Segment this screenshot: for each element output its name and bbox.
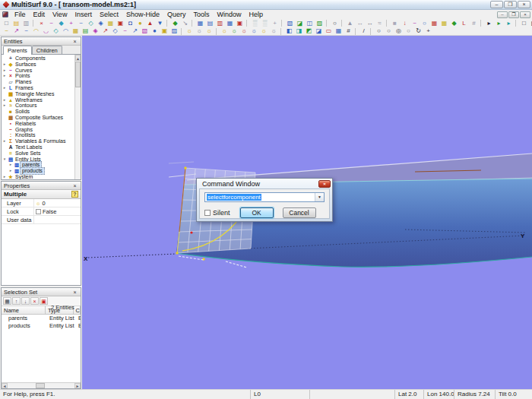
delete-icon[interactable]: × bbox=[36, 20, 46, 27]
select-curve-cursor-icon[interactable]: ▸ bbox=[504, 20, 514, 27]
clear-all-icon[interactable]: ▣ bbox=[40, 297, 48, 305]
tree-item[interactable]: ▸ ★ System bbox=[2, 174, 81, 179]
toolbar-icon[interactable]: ▒ bbox=[260, 20, 270, 27]
scroll-thumb[interactable] bbox=[36, 383, 45, 388]
tree-item[interactable]: ▸ ▲ Wireframes bbox=[2, 97, 81, 103]
select-cursor-icon[interactable]: ▸ bbox=[484, 20, 494, 27]
view-front-icon[interactable]: ▦ bbox=[195, 20, 205, 27]
toolbar-icon[interactable]: ◪ bbox=[295, 20, 305, 27]
hide-icon[interactable]: ☼ bbox=[195, 27, 204, 35]
tree-item[interactable]: A Text Labels bbox=[2, 144, 81, 150]
corner-point-top[interactable] bbox=[184, 166, 186, 169]
lock-checkbox[interactable] bbox=[36, 209, 41, 214]
zoom-select-icon[interactable]: ○ bbox=[330, 20, 340, 27]
help-icon[interactable]: ? bbox=[71, 191, 78, 198]
toolbar-icon[interactable]: ◧ bbox=[284, 27, 294, 35]
toolbar-icon[interactable]: ◩ bbox=[304, 27, 314, 35]
tree-item[interactable]: ■ Solids bbox=[2, 109, 81, 115]
toolbar-icon[interactable]: ▦ bbox=[439, 20, 449, 27]
tree-item[interactable]: ~ Graphs bbox=[2, 127, 81, 133]
scroll-up-icon[interactable]: ▲ bbox=[75, 55, 81, 61]
toolbar-icon[interactable]: # bbox=[469, 20, 479, 27]
scroll-right-icon[interactable]: ► bbox=[74, 383, 81, 388]
toolbar-icon[interactable]: ▧ bbox=[285, 20, 295, 27]
rotate-view-icon[interactable]: ↻ bbox=[413, 27, 423, 35]
toolbar-icon[interactable]: ~ bbox=[410, 20, 420, 27]
toolbar-icon[interactable]: ◫ bbox=[305, 20, 315, 27]
toolbar-icon[interactable]: ▤ bbox=[81, 27, 90, 35]
table-row[interactable]: parents Entity List E bbox=[2, 315, 81, 322]
list-mode-icon[interactable]: ▦ bbox=[3, 297, 11, 305]
tree-item[interactable]: ▱ Planes bbox=[2, 79, 81, 85]
corner-point-bottom[interactable] bbox=[176, 252, 178, 254]
menu-item[interactable]: Insert bbox=[71, 10, 96, 19]
expander-icon[interactable]: ▸ bbox=[2, 85, 8, 91]
move-up-icon[interactable]: ↑ bbox=[12, 297, 21, 305]
toolbar-icon[interactable]: ▲ bbox=[145, 20, 155, 27]
toolbar-icon[interactable]: ▒ bbox=[250, 20, 260, 27]
expander-icon[interactable]: ▸ bbox=[2, 174, 8, 179]
toolbar-icon[interactable]: ↗ bbox=[130, 27, 140, 35]
expander-icon[interactable]: ▸ bbox=[2, 62, 8, 68]
lock-value[interactable]: False bbox=[43, 208, 56, 215]
mdi-restore-button[interactable]: ❐ bbox=[508, 11, 519, 18]
selection-hscrollbar[interactable]: ◄ ► bbox=[2, 382, 81, 388]
scroll-left-icon[interactable]: ◄ bbox=[2, 383, 8, 388]
tree-item[interactable]: ▸ ~ Curves bbox=[2, 68, 81, 74]
chevron-down-icon[interactable]: ▼ bbox=[315, 193, 324, 201]
menu-item[interactable]: Window bbox=[213, 10, 245, 19]
view-side-icon[interactable]: ▤ bbox=[205, 20, 215, 27]
toolbar-icon[interactable]: ◇ bbox=[110, 27, 120, 35]
cancel-button[interactable]: Cancel bbox=[283, 207, 316, 218]
close-button[interactable]: × bbox=[518, 1, 530, 8]
toolbar-icon[interactable]: ◇ bbox=[51, 27, 61, 35]
toolbar-icon[interactable]: ▲ bbox=[345, 20, 355, 27]
expander-icon[interactable]: ▸ bbox=[2, 73, 8, 79]
toolbar-icon[interactable]: ☼ bbox=[220, 27, 230, 35]
minimize-button[interactable]: – bbox=[490, 1, 503, 8]
expander-icon[interactable]: ▸ bbox=[8, 168, 14, 174]
command-input[interactable]: selectforcomponent ▼ bbox=[204, 192, 325, 202]
tab-children[interactable]: Children bbox=[32, 46, 62, 54]
toolbar-icon[interactable]: ■ bbox=[390, 20, 400, 27]
ok-button[interactable]: OK bbox=[240, 207, 274, 218]
tree-item[interactable]: + Components bbox=[2, 55, 81, 62]
menu-item[interactable]: Show-Hide bbox=[122, 10, 163, 19]
toolbar-icon[interactable]: ~ bbox=[2, 27, 11, 35]
toolbar-icon[interactable]: ↗ bbox=[11, 27, 21, 35]
zoom-out-icon[interactable]: ○ bbox=[384, 27, 394, 35]
expander-icon[interactable]: ▸ bbox=[2, 138, 8, 144]
window-single-icon[interactable]: □ bbox=[519, 20, 529, 27]
toolbar-icon[interactable]: ◈ bbox=[96, 20, 106, 27]
toolbar-icon[interactable]: L bbox=[459, 20, 469, 27]
toolbar-icon[interactable]: ◆ bbox=[56, 20, 66, 27]
tree-item[interactable]: ▸ ▥ products bbox=[2, 168, 81, 174]
toolbar-icon[interactable]: ☼ bbox=[249, 27, 259, 35]
toolbar-icon[interactable]: ◪ bbox=[314, 27, 324, 35]
checkbox-icon[interactable] bbox=[204, 210, 211, 216]
toolbar-icon[interactable]: ▨ bbox=[315, 20, 325, 27]
toolbar-icon[interactable]: ▦ bbox=[71, 27, 81, 35]
show-icon[interactable]: ☼ bbox=[185, 27, 195, 35]
column-name[interactable]: Name bbox=[2, 306, 46, 315]
view-all-icon[interactable]: ▣ bbox=[235, 20, 245, 27]
zoom-in-icon[interactable]: ○ bbox=[374, 27, 384, 35]
toolbar-icon[interactable]: ↓ bbox=[400, 20, 410, 27]
toolbar-icon[interactable]: ○ bbox=[420, 20, 429, 27]
toolbar-icon[interactable]: ↔ bbox=[355, 20, 365, 27]
close-icon[interactable]: × bbox=[71, 39, 78, 44]
tree-item[interactable]: ▦ Composite Surfaces bbox=[2, 115, 81, 121]
toolbar-icon[interactable]: ▦ bbox=[429, 20, 439, 27]
toolbar-icon[interactable]: ▣ bbox=[160, 27, 169, 35]
toolbar-icon[interactable]: ◠ bbox=[31, 27, 41, 35]
menu-item[interactable]: Edit bbox=[30, 10, 49, 19]
menu-item[interactable]: File bbox=[11, 10, 30, 19]
pan-icon[interactable]: + bbox=[423, 27, 433, 35]
toolbar-icon[interactable]: ~ bbox=[120, 27, 130, 35]
toolbar-icon[interactable]: + bbox=[270, 20, 280, 27]
view-persp-icon[interactable]: ▦ bbox=[225, 20, 235, 27]
layer-value[interactable]: 0 bbox=[42, 200, 45, 207]
expander-icon[interactable]: ▸ bbox=[8, 162, 14, 168]
dialog-close-button[interactable]: × bbox=[318, 180, 331, 188]
tab-parents[interactable]: Parents bbox=[3, 46, 32, 55]
